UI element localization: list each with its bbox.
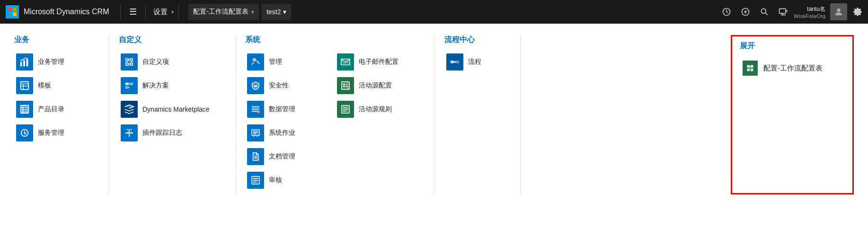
menu-item-sysjob[interactable]: 系统作业 (245, 123, 321, 142)
svg-point-23 (22, 109, 24, 111)
solution-icon (121, 77, 138, 94)
plugin-label: 插件跟踪日志 (142, 129, 182, 137)
menu-item-activity-rule[interactable]: 活动源规则 (335, 100, 411, 119)
settings-dropdown-arrow[interactable]: ▾ (171, 9, 174, 15)
svg-point-8 (761, 9, 766, 13)
svg-rect-2 (8, 12, 12, 16)
svg-rect-86 (747, 65, 750, 68)
svg-rect-89 (751, 69, 753, 71)
marketplace-icon (121, 101, 138, 118)
svg-rect-0 (8, 8, 12, 11)
svg-rect-14 (23, 60, 25, 66)
flow-label: 流程 (468, 58, 481, 66)
nav-divider-3 (178, 5, 179, 19)
nav-divider-2 (145, 5, 146, 19)
username: tantu名 (807, 5, 825, 13)
user-info: tantu名 WrokFolwOrg (794, 5, 825, 19)
test-dropdown[interactable]: ▾ (283, 8, 286, 16)
svg-rect-39 (125, 132, 133, 134)
email-label: 电子邮件配置 (359, 58, 399, 66)
section-process: 流程中心 流程 (444, 35, 511, 194)
add-button[interactable] (737, 3, 754, 20)
sep-2 (235, 35, 236, 194)
menu-item-template[interactable]: 模板 (14, 76, 85, 95)
menu-item-admin[interactable]: 管理 (245, 53, 321, 71)
section-customize-title: 自定义 (119, 35, 212, 46)
admin-icon (247, 53, 264, 70)
clock-button[interactable] (718, 3, 735, 20)
audit-icon (247, 172, 264, 189)
menu-item-activity-config[interactable]: 活动源配置 (335, 76, 411, 95)
menu-item-email[interactable]: 电子邮件配置 (335, 53, 411, 71)
breadcrumb-dropdown[interactable]: ▾ (251, 9, 254, 15)
menu-item-document[interactable]: 文档管理 (245, 147, 321, 166)
svg-point-12 (837, 9, 840, 12)
section-expand-title: 展开 (740, 41, 845, 52)
svg-rect-36 (125, 86, 129, 89)
search-button[interactable] (756, 3, 773, 20)
activity-config-icon (337, 77, 354, 94)
top-navigation: Microsoft Dynamics CRM ☰ 设置 ▾ 配置-工作流配置表 … (0, 0, 868, 24)
system-columns: 管理 安全性 数据管理 (245, 53, 411, 194)
svg-rect-82 (450, 61, 453, 63)
business-mgmt-label: 业务管理 (38, 58, 64, 66)
section-business: 业务 业务管理 模板 产品目录 服务管理 (14, 35, 99, 194)
section-process-title: 流程中心 (444, 35, 496, 46)
workflow-config-icon (742, 60, 759, 77)
section-expand: 展开 配置-工作流配置表 (731, 35, 854, 194)
svg-rect-49 (251, 106, 259, 108)
test-selector[interactable]: test2 ▾ (262, 4, 291, 20)
solution-label: 解决方案 (142, 81, 169, 90)
svg-rect-88 (747, 69, 750, 71)
service-label: 服务管理 (38, 129, 64, 137)
settings-link[interactable]: 设置 (151, 8, 170, 17)
sep-1 (109, 35, 109, 194)
user-avatar[interactable] (830, 3, 847, 20)
svg-rect-83 (455, 61, 459, 63)
menu-item-audit[interactable]: 审核 (245, 171, 321, 190)
menu-item-solution[interactable]: 解决方案 (119, 76, 212, 95)
workflow-config-label: 配置-工作流配置表 (763, 64, 823, 73)
data-icon (247, 101, 264, 118)
svg-rect-87 (751, 65, 753, 68)
screenshare-button[interactable] (775, 3, 792, 20)
svg-point-21 (22, 107, 24, 109)
menu-item-marketplace[interactable]: Dynamics Marketplace (119, 100, 212, 119)
menu-item-business-mgmt[interactable]: 业务管理 (14, 53, 85, 71)
test-label: test2 (266, 8, 281, 16)
menu-item-plugin[interactable]: 插件跟踪日志 (119, 123, 212, 142)
flow-icon (446, 53, 463, 70)
hamburger-button[interactable]: ☰ (125, 7, 141, 17)
email-icon (337, 53, 354, 70)
menu-item-custom[interactable]: 自定义项 (119, 53, 212, 71)
audit-label: 审核 (269, 176, 282, 184)
sep-3 (434, 35, 435, 194)
document-label: 文档管理 (269, 152, 295, 161)
activity-config-label: 活动源配置 (359, 81, 392, 90)
svg-rect-1 (13, 8, 17, 11)
main-content: 业务 业务管理 模板 产品目录 服务管理 自 (0, 24, 868, 206)
brand-logo[interactable]: Microsoft Dynamics CRM (6, 5, 115, 18)
sep-4 (520, 35, 521, 194)
nav-divider-1 (120, 5, 121, 19)
menu-item-security[interactable]: 安全性 (245, 76, 321, 95)
svg-rect-72 (343, 84, 345, 85)
breadcrumb-bar[interactable]: 配置-工作流配置表 ▾ (188, 4, 259, 20)
custom-icon (121, 53, 138, 70)
custom-label: 自定义项 (142, 58, 169, 66)
svg-rect-46 (256, 60, 257, 61)
section-system: 系统 管理 安全性 (245, 35, 425, 194)
template-label: 模板 (38, 81, 51, 90)
menu-item-data[interactable]: 数据管理 (245, 100, 321, 119)
catalog-label: 产品目录 (38, 105, 64, 114)
menu-item-flow[interactable]: 流程 (444, 53, 496, 71)
svg-rect-13 (20, 62, 22, 66)
template-icon (16, 77, 33, 94)
menu-item-workflow-config[interactable]: 配置-工作流配置表 (740, 59, 845, 78)
settings-gear-button[interactable] (849, 3, 866, 20)
svg-rect-34 (125, 83, 129, 86)
menu-item-service[interactable]: 服务管理 (14, 123, 85, 142)
admin-label: 管理 (269, 58, 282, 66)
menu-item-catalog[interactable]: 产品目录 (14, 100, 85, 119)
section-business-title: 业务 (14, 35, 85, 46)
